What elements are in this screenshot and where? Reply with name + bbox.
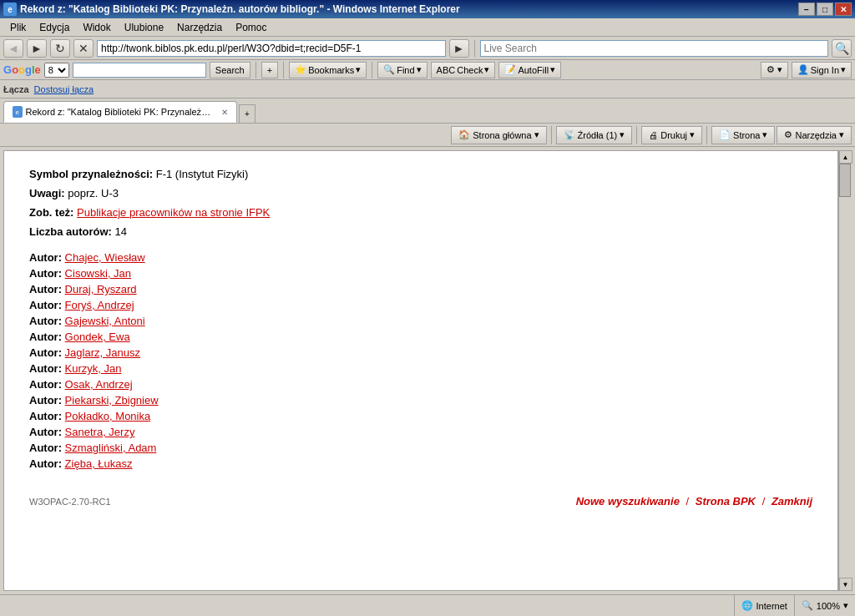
google-logo: Google <box>3 63 41 76</box>
restore-button[interactable]: □ <box>817 3 833 16</box>
refresh-button[interactable]: ↻ <box>50 39 70 58</box>
address-bar: ◄ ► ↻ ✕ ► 🔍 <box>0 37 855 60</box>
tab-favicon: e <box>13 106 23 118</box>
forward-button[interactable]: ► <box>27 39 47 58</box>
author-label-10: Autor: <box>29 410 65 422</box>
menu-widok[interactable]: Widok <box>76 20 117 35</box>
google-search-input[interactable] <box>73 63 206 78</box>
author-name-11[interactable]: Sanetra, Jerzy <box>65 426 135 438</box>
nav-sep3 <box>706 126 707 144</box>
author-line-6: Autor: Jaglarz, Janusz <box>29 346 812 359</box>
settings-button[interactable]: ⚙ ▾ <box>761 62 788 78</box>
author-label-8: Autor: <box>29 378 65 391</box>
menu-plik[interactable]: Plik <box>3 20 33 35</box>
check-button[interactable]: ABC Check ▾ <box>431 62 496 78</box>
author-label-11: Autor: <box>29 426 65 438</box>
main-tab[interactable]: e Rekord z: "Katalog Biblioteki PK: Przy… <box>3 101 237 123</box>
author-name-5[interactable]: Gondek, Ewa <box>65 331 130 343</box>
author-line-9: Autor: Piekarski, Zbigniew <box>29 394 812 406</box>
menu-narzedzia[interactable]: Narzędzia <box>170 20 229 35</box>
author-line-10: Autor: Pokładko, Monika <box>29 410 812 422</box>
author-name-12[interactable]: Szmagliński, Adam <box>65 442 157 454</box>
dostosuj-lacza-link[interactable]: Dostosuj łącza <box>34 84 94 94</box>
stop-button[interactable]: ✕ <box>73 39 94 58</box>
author-name-2[interactable]: Duraj, Ryszard <box>65 283 137 295</box>
ie-icon: e <box>3 3 17 16</box>
uwagi-label: Uwagi: <box>29 187 65 199</box>
address-input[interactable] <box>97 40 446 57</box>
author-name-1[interactable]: Cisowski, Jan <box>65 267 131 280</box>
zoom-icon: 🔍 <box>802 600 813 611</box>
content-panel: Symbol przynależności: F-1 (Instytut Fiz… <box>3 150 838 591</box>
author-line-8: Autor: Osak, Andrzej <box>29 378 812 391</box>
add-button[interactable]: + <box>261 62 278 78</box>
author-name-0[interactable]: Chajec, Wiesław <box>65 251 145 264</box>
authors-list: Autor: Chajec, WiesławAutor: Cisowski, J… <box>29 251 812 470</box>
links-bar: Łącza Dostosuj łącza <box>0 80 855 98</box>
google-select[interactable]: 8 <box>44 63 69 78</box>
signin-button[interactable]: 👤 Sign In ▾ <box>792 62 852 78</box>
search-bar: Google 8 Search + ⭐ Bookmarks ▾ 🔍 Find ▾… <box>0 60 855 80</box>
author-line-5: Autor: Gondek, Ewa <box>29 331 812 343</box>
author-name-7[interactable]: Kurzyk, Jan <box>65 362 122 375</box>
menu-bar: Plik Edycja Widok Ulubione Narzędzia Pom… <box>0 18 855 37</box>
zob-tez-link[interactable]: Publikacje pracowników na stronie IFPK <box>77 206 270 219</box>
search-button[interactable]: Search <box>210 62 250 78</box>
nav-sep1 <box>551 126 552 144</box>
live-search-input[interactable] <box>480 40 829 57</box>
sep2 <box>283 62 284 78</box>
drukuj-button[interactable]: 🖨 Drukuj ▾ <box>641 126 702 144</box>
author-name-10[interactable]: Pokładko, Monika <box>65 410 151 422</box>
author-name-13[interactable]: Zięba, Łukasz <box>65 457 133 470</box>
strona-button[interactable]: 📄 Strona ▾ <box>711 126 775 144</box>
status-bar: 🌐 Internet 🔍 100% ▾ <box>0 594 855 616</box>
nowe-wyszukiwanie-link[interactable]: Nowe wyszukiwanie <box>576 495 680 507</box>
author-label-13: Autor: <box>29 457 65 470</box>
author-name-8[interactable]: Osak, Andrzej <box>65 378 133 391</box>
uwagi-line: Uwagi: poprz. U-3 <box>29 187 812 199</box>
author-name-3[interactable]: Foryś, Andrzej <box>65 299 134 311</box>
zamknij-link[interactable]: Zamknij <box>772 495 812 507</box>
close-button[interactable]: ✕ <box>835 3 852 16</box>
strona-bpk-link[interactable]: Strona BPK <box>696 495 756 507</box>
author-line-11: Autor: Sanetra, Jerzy <box>29 426 812 438</box>
scroll-up-button[interactable]: ▲ <box>839 150 852 164</box>
author-label-3: Autor: <box>29 299 65 311</box>
scroll-thumb[interactable] <box>839 164 851 197</box>
scrollbar-vertical: ▲ ▼ <box>838 150 852 591</box>
zob-tez-label: Zob. też: <box>29 206 73 219</box>
menu-pomoc[interactable]: Pomoc <box>229 20 273 35</box>
zone-label: Internet <box>756 601 787 611</box>
title-bar: e Rekord z: "Katalog Biblioteki PK: Przy… <box>0 0 855 18</box>
strona-glowna-button[interactable]: 🏠 Strona główna ▾ <box>451 126 546 144</box>
new-tab-button[interactable]: + <box>239 104 255 123</box>
autofill-button[interactable]: 📝 AutoFill ▾ <box>498 62 561 78</box>
scroll-down-button[interactable]: ▼ <box>839 578 852 591</box>
narzedzia-button[interactable]: ⚙ Narzędzia ▾ <box>777 126 852 144</box>
back-button[interactable]: ◄ <box>3 39 23 58</box>
author-label-5: Autor: <box>29 331 65 343</box>
live-search-button[interactable]: 🔍 <box>832 39 852 58</box>
minimize-button[interactable]: − <box>798 3 815 16</box>
author-name-4[interactable]: Gajewski, Antoni <box>65 315 145 327</box>
zrodla-button[interactable]: 📡 Źródła (1) ▾ <box>556 126 633 144</box>
tab-close-button[interactable]: ✕ <box>221 108 228 117</box>
author-name-9[interactable]: Piekarski, Zbigniew <box>65 394 159 406</box>
author-label-9: Autor: <box>29 394 65 406</box>
title-bar-left: e Rekord z: "Katalog Biblioteki PK: Przy… <box>3 3 460 16</box>
nav-sep2 <box>636 126 637 144</box>
author-name-6[interactable]: Jaglarz, Janusz <box>65 346 140 359</box>
scroll-track <box>839 164 852 578</box>
go-button[interactable]: ► <box>449 39 469 58</box>
menu-ulubione[interactable]: Ulubione <box>118 20 170 35</box>
author-line-2: Autor: Duraj, Ryszard <box>29 283 812 295</box>
author-label-4: Autor: <box>29 315 65 327</box>
version-label: W3OPAC-2.70-RC1 <box>29 497 111 507</box>
sep3 <box>372 62 372 78</box>
symbol-value: F-1 (Instytut Fizyki) <box>156 168 249 180</box>
menu-edycja[interactable]: Edycja <box>33 20 76 35</box>
bookmarks-button[interactable]: ⭐ Bookmarks ▾ <box>289 62 367 78</box>
symbol-label: Symbol przynależności: <box>29 168 153 180</box>
status-zoom[interactable]: 🔍 100% ▾ <box>794 595 855 617</box>
find-button[interactable]: 🔍 Find ▾ <box>377 62 427 78</box>
